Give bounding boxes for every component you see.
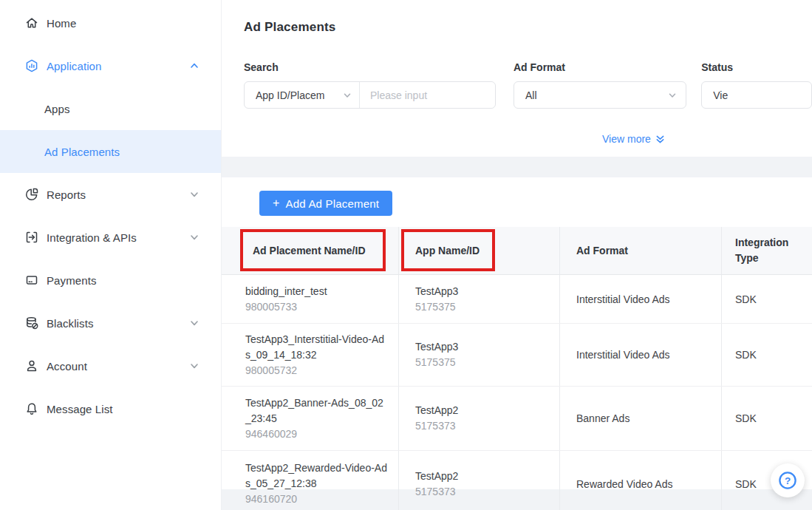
ad-format-cell: Interstitial Video Ads	[560, 275, 722, 323]
ad-placements-table: Ad Placement Name/ID App Name/ID Ad Form…	[222, 227, 812, 510]
ad-format-value: All	[525, 89, 663, 101]
placement-name: bidding_inter_test	[245, 284, 388, 299]
app-id: 5175375	[415, 299, 550, 315]
person-icon	[24, 358, 39, 373]
sidebar-item-label: Blacklists	[47, 317, 94, 330]
placement-id: 946460029	[245, 426, 388, 442]
placement-name: TestApp2_Banner-Ads_08_02_23:45	[245, 395, 388, 426]
chevron-down-icon	[190, 233, 199, 242]
chevron-down-icon	[190, 319, 199, 327]
table-row: bidding_inter_test 980005733 TestApp3 51…	[222, 275, 812, 324]
status-select[interactable]: Vie	[701, 81, 812, 109]
ad-format-label: Ad Format	[514, 61, 686, 73]
sidebar-item-label: Home	[47, 17, 76, 30]
column-header-ad-format: Ad Format	[560, 227, 722, 274]
question-circle-icon: ?	[778, 471, 797, 490]
view-more-label: View more	[602, 133, 651, 145]
sidebar-item-home[interactable]: Home	[0, 1, 221, 44]
app-name: TestApp2	[415, 403, 550, 418]
app-id: 5175375	[415, 355, 550, 370]
search-filter: Search App ID/Placem	[244, 61, 496, 109]
add-button-label: Add Ad Placement	[286, 197, 380, 210]
table-panel: + Add Ad Placement Ad Placement Name/ID …	[222, 177, 812, 489]
chevron-down-icon	[190, 361, 199, 370]
filter-panel: Ad Placements Search App ID/Placem	[222, 0, 812, 157]
placement-name: TestApp2_Rewarded-Video-Ads_05_27_12:38	[245, 460, 388, 492]
ad-format-value: Rewarded Video Ads	[576, 478, 712, 490]
placement-name-cell: TestApp2_Banner-Ads_08_02_23:45 94646002…	[222, 387, 399, 450]
sidebar-item-label: Integration & APIs	[47, 231, 137, 244]
sidebar-item-label: Payments	[47, 274, 97, 287]
column-header-placement-name: Ad Placement Name/ID	[222, 227, 399, 274]
sidebar-item-message-list[interactable]: Message List	[0, 387, 221, 430]
integration-type-cell: SDK	[722, 324, 812, 386]
sidebar-item-ad-placements[interactable]: Ad Placements	[0, 130, 221, 173]
placement-name-cell: bidding_inter_test 980005733	[222, 275, 399, 323]
ad-format-value: Interstitial Video Ads	[576, 293, 712, 305]
status-filter: Status Vie	[701, 61, 812, 109]
search-label: Search	[244, 61, 496, 73]
app-name-cell: TestApp3 5175375	[399, 324, 560, 386]
sidebar-item-label: Message List	[47, 403, 113, 415]
double-chevron-down-icon	[655, 135, 665, 144]
search-type-select[interactable]: App ID/Placem	[245, 82, 359, 108]
sidebar-item-account[interactable]: Account	[0, 344, 221, 387]
sidebar-item-blacklists[interactable]: Blacklists	[0, 302, 221, 344]
app-name-cell: TestApp2 5175373	[399, 451, 560, 510]
search-input[interactable]	[360, 82, 495, 108]
ad-format-filter: Ad Format All	[514, 61, 686, 109]
integration-icon	[24, 230, 39, 245]
column-header-integration-type: Integration Type	[722, 227, 812, 274]
column-header-app-name: App Name/ID	[399, 227, 560, 274]
pie-chart-icon	[24, 187, 39, 202]
ad-format-select[interactable]: All	[514, 81, 686, 109]
sidebar-item-payments[interactable]: Payments	[0, 259, 221, 302]
placement-id: 946160720	[245, 492, 388, 507]
app-name: TestApp3	[415, 339, 550, 355]
ad-format-value: Interstitial Video Ads	[576, 349, 712, 361]
help-button[interactable]: ?	[771, 463, 805, 497]
sidebar: Home Application Apps Ad Place	[0, 0, 222, 510]
app-name-cell: TestApp3 5175375	[399, 275, 560, 323]
svg-text:?: ?	[785, 475, 791, 486]
integration-type-cell: SDK	[722, 275, 812, 323]
integration-type-value: SDK	[735, 412, 805, 424]
sidebar-item-integration-apis[interactable]: Integration & APIs	[0, 216, 221, 259]
status-value: Vie	[713, 89, 802, 101]
sidebar-item-apps[interactable]: Apps	[0, 87, 221, 130]
table-header-row: Ad Placement Name/ID App Name/ID Ad Form…	[222, 227, 812, 275]
table-row: TestApp2_Banner-Ads_08_02_23:45 94646002…	[222, 387, 812, 451]
placement-name-cell: TestApp3_Interstitial-Video-Ads_09_14_18…	[222, 324, 399, 386]
blacklist-icon	[24, 316, 39, 330]
search-type-value: App ID/Placem	[256, 89, 338, 101]
ad-format-value: Banner Ads	[576, 412, 712, 424]
sidebar-item-label: Ad Placements	[44, 146, 120, 158]
sidebar-item-label: Account	[47, 360, 87, 373]
chevron-down-icon	[668, 91, 677, 100]
sidebar-item-application[interactable]: Application	[0, 44, 221, 87]
page-title: Ad Placements	[222, 0, 812, 35]
table-body: bidding_inter_test 980005733 TestApp3 51…	[222, 275, 812, 510]
app-name: TestApp3	[415, 284, 550, 299]
search-compound: App ID/Placem	[244, 81, 496, 109]
integration-type-value: SDK	[735, 349, 805, 361]
placement-name-cell: TestApp2_Rewarded-Video-Ads_05_27_12:38 …	[222, 451, 399, 510]
sidebar-item-label: Apps	[44, 103, 70, 115]
view-more-link[interactable]: View more	[602, 133, 665, 145]
plus-icon: +	[273, 197, 280, 210]
sidebar-item-label: Application	[47, 60, 101, 72]
table-row: TestApp3_Interstitial-Video-Ads_09_14_18…	[222, 324, 812, 387]
filters-row: Search App ID/Placem	[222, 61, 812, 109]
table-row: TestApp2_Rewarded-Video-Ads_05_27_12:38 …	[222, 451, 812, 510]
credit-card-icon	[24, 273, 39, 288]
sidebar-item-reports[interactable]: Reports	[0, 173, 221, 216]
placement-id: 980005733	[245, 299, 388, 315]
ad-format-cell: Rewarded Video Ads	[560, 451, 722, 510]
app-name: TestApp2	[415, 469, 550, 484]
placement-id: 980005732	[245, 363, 388, 378]
app-name-cell: TestApp2 5175373	[399, 387, 560, 450]
bell-icon	[24, 401, 39, 416]
add-ad-placement-button[interactable]: + Add Ad Placement	[259, 191, 392, 216]
chevron-down-icon	[343, 91, 352, 100]
chevron-up-icon	[190, 61, 199, 70]
